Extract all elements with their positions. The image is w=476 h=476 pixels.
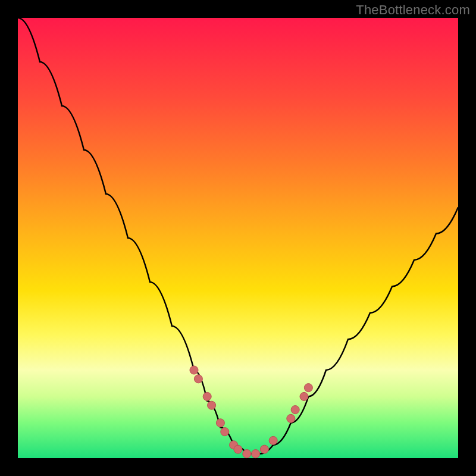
- valley-dot: [234, 445, 242, 453]
- bottleneck-curve-path: [18, 18, 458, 454]
- valley-dot: [287, 414, 295, 422]
- watermark-text: TheBottleneck.com: [356, 2, 470, 18]
- valley-dots-group: [190, 366, 312, 458]
- valley-dot: [203, 392, 211, 400]
- valley-dot: [260, 445, 268, 453]
- valley-dot: [243, 450, 251, 458]
- chart-frame: TheBottleneck.com: [0, 0, 476, 476]
- valley-dot: [216, 419, 224, 427]
- valley-dot: [252, 450, 260, 458]
- valley-dot: [190, 366, 198, 374]
- valley-dot: [304, 384, 312, 392]
- valley-dot: [300, 392, 308, 400]
- valley-dot: [291, 406, 299, 414]
- valley-dot: [194, 375, 202, 383]
- chart-svg: [18, 18, 458, 458]
- valley-dot: [269, 436, 277, 444]
- valley-dot: [208, 401, 216, 409]
- plot-area: [18, 18, 458, 458]
- valley-dot: [221, 428, 229, 436]
